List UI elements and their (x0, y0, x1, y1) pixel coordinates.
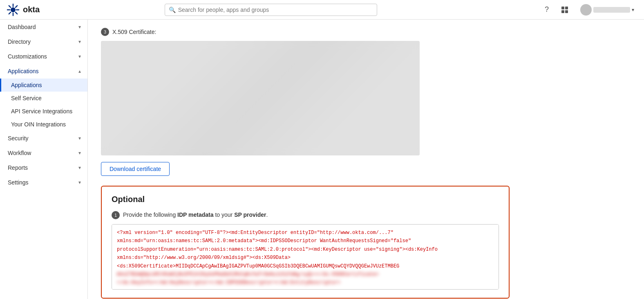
sidebar-item-oin[interactable]: Your OIN Integrations (0, 118, 87, 131)
grid-icon (561, 7, 568, 13)
optional-step-bold2: SP provider (234, 211, 266, 218)
chevron-down-icon: ▾ (78, 150, 81, 156)
layout: Dashboard ▾ Directory ▾ Customizations ▾… (0, 20, 644, 299)
sidebar-item-security[interactable]: Security ▾ (0, 131, 87, 146)
xml-line-4: xmlns:ds="http://www.w3.org/2000/09/xmld… (117, 254, 494, 262)
sidebar-sub-item-label: Self Service (11, 95, 42, 101)
chevron-down-icon: ▾ (78, 54, 81, 59)
chevron-up-icon: ▴ (78, 68, 81, 74)
svg-point-0 (11, 7, 16, 12)
sidebar-item-label: Dashboard (8, 24, 36, 30)
okta-logo-icon (7, 3, 20, 16)
chevron-down-icon: ▾ (78, 135, 81, 141)
sidebar-item-workflow[interactable]: Workflow ▾ (0, 146, 87, 160)
svg-line-7 (16, 5, 17, 7)
svg-line-6 (16, 12, 17, 13)
svg-line-8 (9, 12, 11, 13)
sidebar-sub-item-label: Applications (11, 82, 42, 88)
optional-title: Optional (112, 195, 499, 204)
sidebar-item-dashboard[interactable]: Dashboard ▾ (0, 20, 87, 34)
chevron-down-icon: ▾ (78, 165, 81, 171)
sidebar-item-reports[interactable]: Reports ▾ (0, 160, 87, 175)
sidebar: Dashboard ▾ Directory ▾ Customizations ▾… (0, 20, 88, 299)
sidebar-item-applications-sub[interactable]: Applications (0, 79, 87, 92)
sidebar-item-label: Settings (8, 179, 29, 186)
sidebar-item-self-service[interactable]: Self Service (0, 92, 87, 105)
sidebar-item-api-service[interactable]: API Service Integrations (0, 105, 87, 118)
sidebar-item-directory[interactable]: Directory ▾ (0, 34, 87, 49)
main-content: 3 X.509 Certificate: Download certificat… (88, 20, 644, 299)
search-input[interactable] (165, 4, 377, 16)
sidebar-item-applications[interactable]: Applications ▴ (0, 64, 87, 79)
optional-section: Optional 1 Provide the following IDP met… (101, 186, 510, 299)
header: okta 🔍 ? ▾ (0, 0, 644, 20)
chevron-down-icon: ▾ (78, 180, 81, 185)
optional-step-prefix: Provide the following (123, 211, 177, 218)
chevron-down-icon: ▾ (632, 7, 634, 13)
optional-step-suffix: . (266, 211, 268, 218)
sidebar-item-label: Reports (8, 164, 28, 171)
sidebar-item-settings[interactable]: Settings ▾ (0, 175, 87, 190)
svg-line-5 (9, 5, 11, 7)
sidebar-item-label: Customizations (8, 53, 47, 60)
help-icon-button[interactable]: ? (541, 4, 552, 16)
header-right: ? ▾ (541, 2, 637, 17)
xml-line-blurred-1: A4xZ7B2mQ9pLkRtV8sW3jNcDfE1hI6yUoP0aGbXl… (117, 270, 494, 279)
cert-step-label: 3 X.509 Certificate: (101, 28, 631, 36)
certificate-blurred-area (101, 41, 420, 155)
chevron-down-icon: ▾ (78, 39, 81, 45)
user-name (593, 7, 630, 13)
logo-text: okta (23, 5, 40, 14)
chevron-down-icon: ▾ (78, 24, 81, 30)
xml-line-blurred-2: </ds:KeyInfo></md:KeyDescriptor></md:IDP… (117, 279, 494, 287)
cert-step-text: X.509 Certificate: (112, 29, 156, 35)
optional-step-number: 1 (112, 211, 120, 219)
optional-step-text: Provide the following IDP metadata to yo… (123, 211, 268, 219)
optional-step-middle: to your (214, 211, 235, 218)
sidebar-item-label: Workflow (8, 150, 31, 156)
search-icon: 🔍 (169, 7, 176, 13)
optional-step-bold1: IDP metadata (177, 211, 213, 218)
sidebar-sub-item-label: API Service Integrations (11, 108, 72, 115)
xml-metadata-box[interactable]: <?xml version="1.0" encoding="UTF-8"?><m… (112, 224, 499, 290)
sidebar-item-label: Applications (8, 68, 39, 74)
optional-step-1: 1 Provide the following IDP metadata to … (112, 211, 499, 219)
sidebar-sub-item-label: Your OIN Integrations (11, 121, 66, 128)
xml-line-1: <?xml version="1.0" encoding="UTF-8"?><m… (117, 229, 494, 237)
xml-line-5: <ds:X509Certificate>MIIDqDCCApCgAwIBAgIG… (117, 262, 494, 270)
step-number: 3 (101, 28, 109, 36)
sidebar-item-customizations[interactable]: Customizations ▾ (0, 49, 87, 64)
xml-line-3: protocolSupportEnumeration="urn:oasis:na… (117, 245, 494, 254)
sidebar-item-label: Security (8, 135, 29, 142)
avatar (580, 4, 592, 16)
sidebar-item-label: Directory (8, 38, 31, 45)
grid-icon-button[interactable] (559, 4, 570, 16)
xml-line-2: xmlns:md="urn:oasis:names:tc:SAML:2.0:me… (117, 237, 494, 245)
logo: okta (7, 3, 80, 16)
user-menu[interactable]: ▾ (577, 2, 637, 17)
question-mark-icon: ? (545, 5, 549, 14)
download-certificate-button[interactable]: Download certificate (101, 162, 170, 176)
search-container: 🔍 (165, 4, 377, 16)
